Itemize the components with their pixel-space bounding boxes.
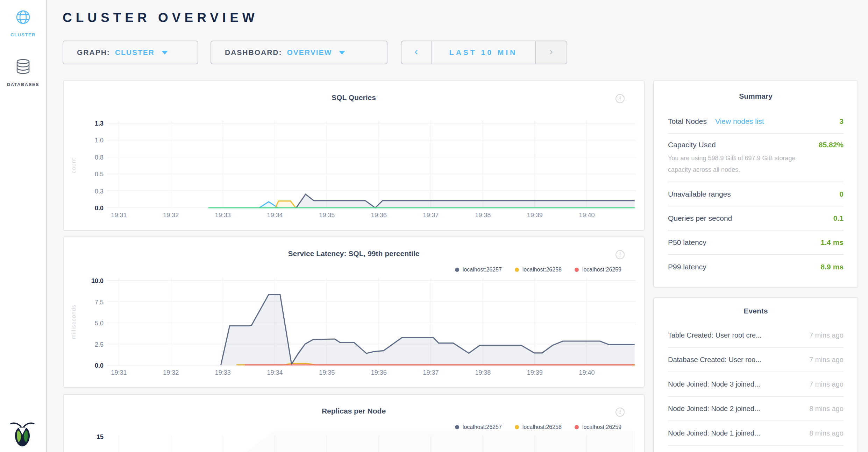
legend-item[interactable]: localhost:26259 [575, 267, 621, 273]
legend-dot-icon [455, 425, 459, 429]
summary-row-label: P50 latency [668, 238, 706, 247]
summary-row-capacity-used: Capacity Used85.82% You are using 598.9 … [668, 134, 844, 182]
legend-item[interactable]: localhost:26258 [515, 424, 562, 430]
summary-row-value: 3 [839, 117, 844, 126]
summary-row-value: 85.82% [819, 141, 844, 149]
info-icon[interactable]: ! [616, 408, 625, 417]
event-text: Database Created: User roo... [668, 356, 761, 364]
summary-row-label: Queries per second [668, 214, 732, 223]
cockroachdb-logo-icon[interactable] [8, 420, 36, 451]
legend-dot-icon [575, 425, 579, 429]
summary-row-p99-latency: P99 latency 8.9 ms [668, 255, 844, 279]
chart-card-replicas-per-node: Replicas per Node ! localhost:26257 loca… [63, 394, 645, 452]
summary-row-label: Unavailable ranges [668, 190, 731, 198]
dashboard-dropdown[interactable]: DASHBOARD: OVERVIEW [211, 41, 387, 64]
info-icon[interactable]: ! [616, 250, 625, 259]
chevron-down-icon [162, 51, 168, 55]
view-nodes-list-link[interactable]: View nodes list [715, 117, 764, 125]
summary-row-queries-per-second: Queries per second 0.1 [668, 206, 844, 231]
event-time: 7 mins ago [809, 331, 844, 339]
sidebar-item-label: CLUSTER [0, 32, 46, 37]
event-time: 7 mins ago [809, 380, 844, 388]
graph-dropdown-label: GRAPH: [77, 48, 110, 57]
event-time: 8 mins ago [809, 405, 844, 413]
chart-title-replicas-per-node: Replicas per Node [64, 407, 644, 415]
events-panel: Events Table Created: User root cre... 7… [653, 297, 858, 452]
summary-row-total-nodes: Total NodesView nodes list 3 [668, 110, 844, 134]
event-text: Node Joined: Node 1 joined... [668, 429, 760, 437]
time-range-prev-button[interactable]: ‹ [401, 41, 432, 64]
legend-item[interactable]: localhost:26257 [455, 424, 502, 430]
legend-label: localhost:26259 [582, 424, 621, 430]
summary-row-p50-latency: P50 latency 1.4 ms [668, 231, 844, 255]
legend-item[interactable]: localhost:26258 [515, 267, 562, 273]
legend-dot-icon [575, 268, 579, 272]
events-title: Events [654, 307, 858, 315]
databases-icon [16, 59, 30, 74]
time-range-selector: ‹ LAST 10 MIN › [401, 41, 567, 64]
sidebar-item-databases[interactable]: DATABASES [0, 59, 46, 87]
sidebar-item-cluster[interactable]: CLUSTER [0, 10, 46, 37]
page-title: CLUSTER OVERVIEW [63, 10, 258, 25]
event-text: Node Joined: Node 2 joined... [668, 405, 760, 413]
summary-row-value: 1.4 ms [821, 238, 844, 247]
event-text: Table Created: User root cre... [668, 331, 762, 339]
summary-panel: Summary Total NodesView nodes list 3 Cap… [653, 80, 858, 288]
event-row: Table Created: User root cre... 7 mins a… [668, 323, 844, 348]
event-row: Node Joined: Node 2 joined... 8 mins ago [668, 397, 844, 421]
sidebar: CLUSTER DATABASES [0, 0, 47, 452]
legend-item[interactable]: localhost:26259 [575, 424, 621, 430]
summary-row-label: Total Nodes [668, 117, 707, 125]
event-row: Node Joined: Node 1 joined... 8 mins ago [668, 421, 844, 446]
legend-label: localhost:26259 [582, 267, 621, 273]
summary-row-value: 8.9 ms [821, 263, 844, 271]
summary-title: Summary [654, 92, 858, 100]
info-icon[interactable]: ! [616, 94, 625, 103]
graph-dropdown-value: CLUSTER [115, 48, 155, 57]
summary-row-value: 0 [839, 190, 844, 198]
time-range-next-button[interactable]: › [535, 41, 567, 64]
time-range-value[interactable]: LAST 10 MIN [432, 41, 535, 64]
chevron-right-icon: › [549, 46, 553, 59]
chart-card-sql-queries: SQL Queries ! [63, 80, 645, 231]
summary-row-label: Capacity Used [668, 141, 716, 149]
summary-row-unavailable-ranges: Unavailable ranges 0 [668, 182, 844, 206]
graph-dropdown[interactable]: GRAPH: CLUSTER [63, 41, 198, 64]
event-text: Node Joined: Node 3 joined... [668, 380, 760, 388]
legend-label: localhost:26258 [522, 267, 562, 273]
event-row: Node Joined: Node 3 joined... 7 mins ago [668, 372, 844, 397]
globe-icon [16, 10, 30, 24]
legend-label: localhost:26257 [463, 424, 502, 430]
chart-legend: localhost:26257 localhost:26258 localhos… [442, 267, 621, 273]
legend-item[interactable]: localhost:26257 [455, 267, 502, 273]
legend-label: localhost:26257 [463, 267, 502, 273]
legend-dot-icon [455, 268, 459, 272]
capacity-used-subtext: You are using 598.9 GiB of 697.9 GiB sto… [668, 153, 815, 176]
legend-dot-icon [515, 425, 519, 429]
chart-legend: localhost:26257 localhost:26258 localhos… [442, 424, 621, 430]
chevron-left-icon: ‹ [414, 46, 418, 59]
chart-title-sql-queries: SQL Queries [64, 93, 644, 102]
event-time: 7 mins ago [809, 356, 844, 364]
sidebar-item-label: DATABASES [0, 82, 46, 87]
dashboard-dropdown-label: DASHBOARD: [225, 48, 282, 57]
chevron-down-icon [339, 51, 345, 55]
summary-row-label: P99 latency [668, 263, 706, 271]
dashboard-dropdown-value: OVERVIEW [287, 48, 332, 57]
chart-card-service-latency: Service Latency: SQL, 99th percentile ! … [63, 236, 645, 388]
event-time: 8 mins ago [809, 429, 844, 437]
summary-row-value: 0.1 [833, 214, 844, 223]
legend-dot-icon [515, 268, 519, 272]
chart-title-service-latency: Service Latency: SQL, 99th percentile [64, 249, 644, 258]
legend-label: localhost:26258 [522, 424, 562, 430]
event-row: Database Created: User roo... 7 mins ago [668, 348, 844, 372]
